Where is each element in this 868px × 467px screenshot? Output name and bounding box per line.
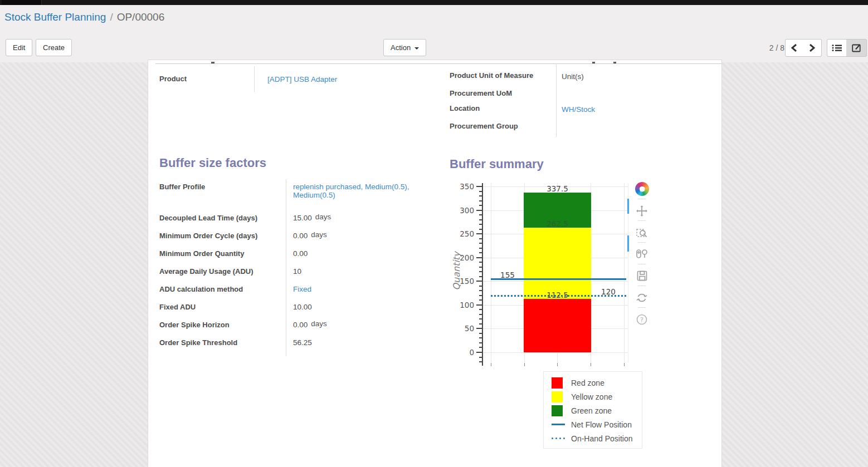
pan-icon[interactable] bbox=[633, 203, 650, 218]
chart-logo-icon[interactable] bbox=[633, 181, 650, 196]
factor-value-link[interactable]: replenish purchased, Medium(0.5), Medium… bbox=[293, 183, 409, 199]
hover-compare-icon[interactable] bbox=[633, 247, 650, 262]
pager-previous-button[interactable] bbox=[785, 39, 803, 57]
field-value: Unit(s) bbox=[562, 72, 584, 81]
factor-label: Order Spike Threshold bbox=[159, 334, 286, 347]
y-tick-label: 100 bbox=[450, 301, 474, 309]
major-tick bbox=[476, 304, 482, 306]
factor-value-text: 0.00 bbox=[293, 321, 308, 329]
buffer-summary-title: Buffer summary bbox=[450, 157, 544, 171]
factor-label: ADU calculation method bbox=[159, 281, 286, 293]
net-flow-position-swatch bbox=[552, 424, 567, 425]
factor-value: Fixed bbox=[286, 281, 426, 293]
chevron-right-icon bbox=[809, 44, 815, 52]
legend-label: Green zone bbox=[571, 406, 612, 415]
box-zoom-icon[interactable] bbox=[633, 225, 650, 240]
factor-value: replenish purchased, Medium(0.5), Medium… bbox=[286, 178, 426, 199]
factor-row: Fixed ADU10.00 bbox=[159, 298, 432, 316]
list-view-switcher-button[interactable] bbox=[827, 39, 847, 57]
chart-value-label: 155 bbox=[491, 271, 524, 279]
legend-item[interactable]: Yellow zone bbox=[552, 390, 642, 404]
minor-tick bbox=[479, 323, 482, 325]
y-tick-label: 350 bbox=[450, 182, 474, 191]
product-field-label: Product bbox=[159, 75, 187, 83]
edit-button[interactable]: Edit bbox=[6, 39, 32, 56]
minor-tick bbox=[479, 276, 482, 277]
legend-line-swatch bbox=[552, 424, 565, 425]
factor-label: Fixed ADU bbox=[159, 298, 286, 311]
modebar-active-indicator bbox=[627, 199, 629, 214]
factor-label: Minimum Order Quantity bbox=[159, 245, 286, 258]
major-tick bbox=[476, 328, 482, 329]
minor-tick bbox=[479, 224, 482, 225]
gridline-vertical bbox=[624, 183, 625, 362]
legend-square-swatch bbox=[552, 391, 563, 402]
legend-label: Net Flow Position bbox=[571, 420, 632, 429]
chart-plot-area[interactable]: 337.5262.5112.5155120 bbox=[483, 183, 628, 362]
action-dropdown-button[interactable]: Action bbox=[383, 39, 426, 56]
svg-text:?: ? bbox=[640, 316, 643, 323]
yellow-zone-bar bbox=[524, 228, 591, 299]
factor-value: 10 bbox=[286, 263, 426, 276]
y-tick-label: 200 bbox=[450, 253, 474, 262]
on-hand-position-swatch bbox=[552, 437, 567, 439]
clipped-row-divider bbox=[155, 60, 721, 64]
legend-item[interactable]: Net Flow Position bbox=[552, 417, 642, 431]
x-tick bbox=[591, 363, 591, 366]
top-navbar bbox=[0, 0, 868, 5]
legend-item[interactable]: On-Hand Position bbox=[552, 431, 642, 445]
gridline-horizontal bbox=[483, 352, 628, 353]
minor-tick bbox=[479, 229, 482, 230]
minor-tick bbox=[479, 337, 482, 338]
top-navbar-tab bbox=[2, 0, 42, 5]
breadcrumb-app-link[interactable]: Stock Buffer Planning bbox=[4, 11, 106, 23]
minor-tick bbox=[479, 357, 482, 358]
factor-value-text: 56.25 bbox=[293, 338, 312, 347]
breadcrumb-separator: / bbox=[110, 11, 113, 23]
minor-tick bbox=[479, 290, 482, 291]
save-icon[interactable] bbox=[633, 268, 650, 283]
factor-value: 15.00days bbox=[286, 209, 426, 222]
minor-tick bbox=[479, 238, 482, 239]
legend-item[interactable]: Green zone bbox=[552, 404, 642, 417]
minor-tick bbox=[479, 243, 482, 244]
major-tick bbox=[476, 352, 482, 353]
factor-unit: days bbox=[315, 213, 331, 221]
form-view-switcher-button[interactable] bbox=[846, 39, 867, 57]
major-tick bbox=[476, 210, 482, 211]
help-icon[interactable]: ? bbox=[633, 312, 650, 327]
reset-icon[interactable] bbox=[633, 290, 650, 305]
list-view-icon bbox=[832, 44, 842, 52]
factor-row: Order Spike Horizon0.00days bbox=[159, 316, 432, 334]
yellow-zone-swatch bbox=[552, 391, 567, 402]
factor-label: Minimum Order Cycle (days) bbox=[159, 227, 286, 240]
x-tick bbox=[524, 363, 525, 366]
major-tick bbox=[476, 186, 482, 187]
chart-modebar: ? bbox=[631, 181, 653, 328]
minor-tick bbox=[479, 252, 482, 253]
field-label: Procurement UoM bbox=[450, 89, 512, 97]
factor-label: Order Spike Horizon bbox=[159, 316, 286, 329]
buffer-summary-chart[interactable]: Quantity 050100150200250300350 337.5262.… bbox=[450, 180, 634, 372]
field-value-link[interactable]: WH/Stock bbox=[562, 105, 595, 114]
factor-row: Minimum Order Cycle (days)0.00days bbox=[159, 227, 432, 245]
minor-tick bbox=[479, 318, 482, 319]
x-tick bbox=[624, 363, 625, 366]
legend-dots-swatch bbox=[552, 437, 565, 439]
major-tick bbox=[476, 233, 482, 234]
legend-item[interactable]: Red zone bbox=[552, 376, 642, 390]
minor-tick bbox=[479, 333, 482, 334]
factor-unit: days bbox=[311, 230, 327, 239]
factor-value-link[interactable]: Fixed bbox=[293, 285, 311, 293]
breadcrumb-record: OP/00006 bbox=[117, 11, 165, 23]
minor-tick bbox=[479, 309, 482, 310]
create-button[interactable]: Create bbox=[36, 39, 72, 56]
factor-row: Average Daily Usage (ADU)10 bbox=[159, 263, 432, 281]
factor-label: Buffer Profile bbox=[159, 178, 286, 191]
minor-tick bbox=[479, 200, 482, 201]
factor-row: Order Spike Threshold56.25 bbox=[159, 334, 432, 352]
pager-next-button[interactable] bbox=[803, 39, 822, 57]
factor-value: 56.25 bbox=[286, 334, 426, 347]
product-field-value-link[interactable]: [ADPT] USB Adapter bbox=[267, 75, 337, 83]
red-zone-swatch bbox=[552, 377, 567, 389]
